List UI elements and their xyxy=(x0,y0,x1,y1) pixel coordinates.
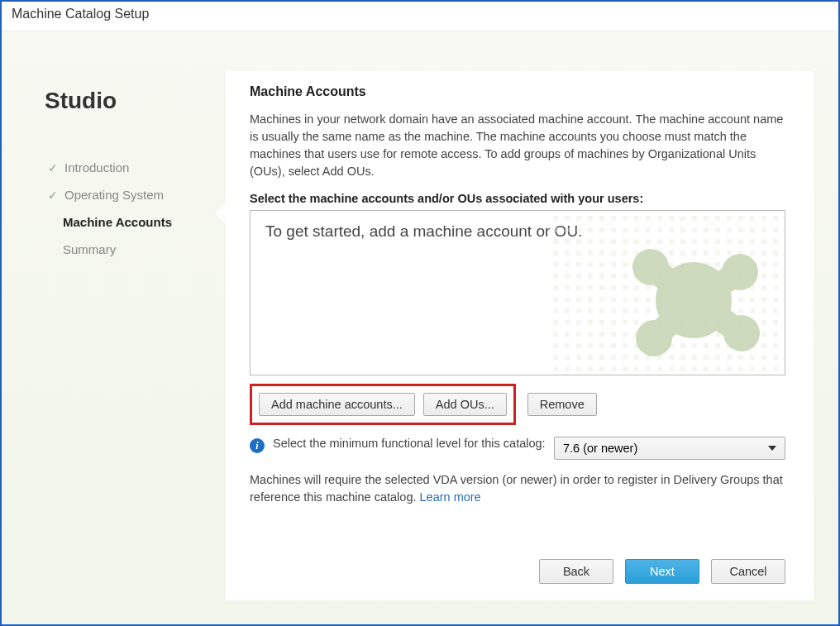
wizard-steps: ✓ Introduction ✓ Operating System Machin… xyxy=(45,154,217,263)
step-summary[interactable]: Summary xyxy=(45,236,217,263)
dropdown-value: 7.6 (or newer) xyxy=(563,442,637,455)
info-icon: i xyxy=(250,438,265,453)
check-icon: ✓ xyxy=(48,189,63,202)
accounts-button-row: Add machine accounts... Add OUs... Remov… xyxy=(250,384,785,425)
window-body: Studio ✓ Introduction ✓ Operating System… xyxy=(2,31,838,624)
step-operating-system[interactable]: ✓ Operating System xyxy=(45,181,217,208)
select-accounts-label: Select the machine accounts and/or OUs a… xyxy=(250,192,785,205)
back-button[interactable]: Back xyxy=(539,559,613,584)
step-label: Summary xyxy=(63,242,116,256)
highlighted-buttons: Add machine accounts... Add OUs... xyxy=(250,384,516,425)
next-button[interactable]: Next xyxy=(625,559,699,584)
active-step-pointer xyxy=(215,203,225,223)
chevron-down-icon xyxy=(768,446,776,451)
step-machine-accounts[interactable]: Machine Accounts xyxy=(45,208,217,236)
functional-level-label: Select the minimum functional level for … xyxy=(273,437,546,450)
wizard-sidebar: Studio ✓ Introduction ✓ Operating System… xyxy=(26,71,225,624)
functional-level-dropdown[interactable]: 7.6 (or newer) xyxy=(554,437,785,460)
vda-note: Machines will require the selected VDA v… xyxy=(250,471,785,506)
note-text: Machines will require the selected VDA v… xyxy=(250,473,783,504)
wizard-footer: Back Next Cancel xyxy=(539,559,785,584)
add-ous-button[interactable]: Add OUs... xyxy=(423,393,507,416)
functional-level-row: i Select the minimum functional level fo… xyxy=(250,437,785,460)
step-label: Operating System xyxy=(64,188,164,202)
decorative-shape xyxy=(553,210,785,375)
cancel-button[interactable]: Cancel xyxy=(711,559,785,584)
studio-brand: Studio xyxy=(45,88,217,114)
wizard-panel: Machine Accounts Machines in your networ… xyxy=(225,71,814,600)
step-label: Introduction xyxy=(64,160,129,174)
wizard-window: Machine Catalog Setup Studio ✓ Introduct… xyxy=(0,0,840,626)
panel-description: Machines in your network domain have an … xyxy=(250,111,785,180)
accounts-listbox[interactable]: To get started, add a machine account or… xyxy=(250,210,785,375)
remove-button[interactable]: Remove xyxy=(527,393,597,416)
add-machine-accounts-button[interactable]: Add machine accounts... xyxy=(259,393,415,416)
step-label: Machine Accounts xyxy=(63,215,172,229)
window-title: Machine Catalog Setup xyxy=(2,2,838,31)
learn-more-link[interactable]: Learn more xyxy=(420,490,481,504)
panel-heading: Machine Accounts xyxy=(250,84,785,99)
check-icon: ✓ xyxy=(48,161,63,174)
step-introduction[interactable]: ✓ Introduction xyxy=(45,154,217,181)
